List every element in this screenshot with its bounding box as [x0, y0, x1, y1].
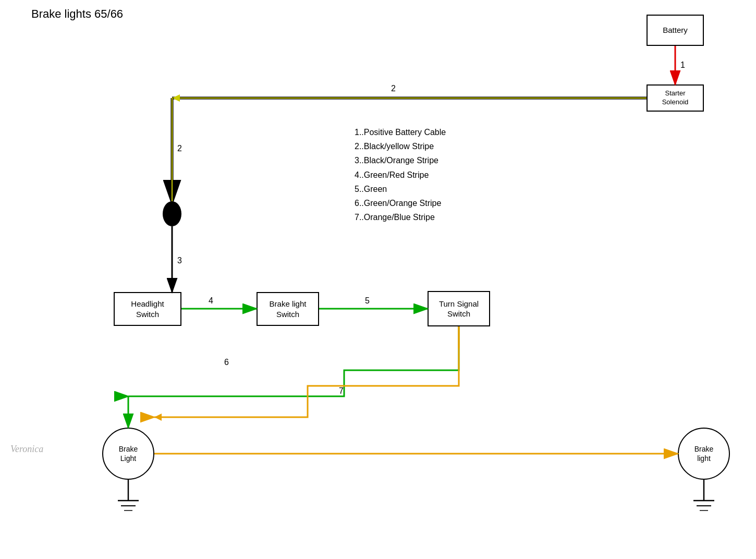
wiring-diagram: 1 2 2 3 4 5 6 7: [0, 0, 756, 559]
label-6: 6: [224, 358, 229, 367]
orange-arrow-left-bl: [154, 414, 162, 421]
label-1: 1: [680, 60, 685, 69]
label-7: 7: [339, 386, 344, 395]
label-5: 5: [365, 296, 370, 305]
label-3: 3: [177, 256, 182, 265]
label-2-top: 2: [391, 84, 396, 93]
label-4: 4: [209, 296, 213, 305]
wire-7-orange-left: [154, 326, 459, 417]
label-2-vert: 2: [177, 144, 182, 153]
junction-dot: [163, 201, 181, 226]
